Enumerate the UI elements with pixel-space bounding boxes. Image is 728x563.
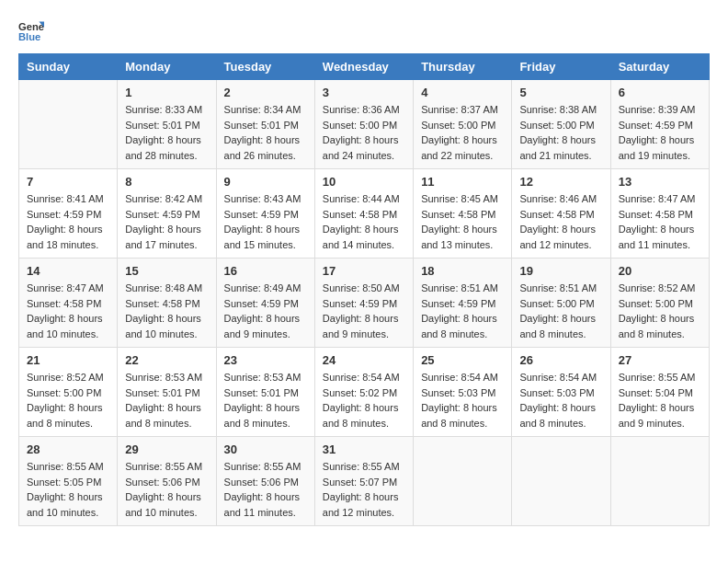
day-info: Sunrise: 8:37 AMSunset: 5:00 PMDaylight:… bbox=[421, 102, 504, 163]
calendar-cell: 10Sunrise: 8:44 AMSunset: 4:58 PMDayligh… bbox=[314, 169, 413, 259]
day-info: Sunrise: 8:55 AMSunset: 5:07 PMDaylight:… bbox=[323, 459, 405, 520]
day-number: 2 bbox=[224, 86, 307, 99]
day-number: 30 bbox=[224, 442, 307, 456]
calendar-cell: 31Sunrise: 8:55 AMSunset: 5:07 PMDayligh… bbox=[314, 437, 413, 526]
day-info: Sunrise: 8:54 AMSunset: 5:03 PMDaylight:… bbox=[519, 370, 602, 431]
calendar-body: 1Sunrise: 8:33 AMSunset: 5:01 PMDaylight… bbox=[19, 80, 710, 526]
calendar-cell: 6Sunrise: 8:39 AMSunset: 4:59 PMDaylight… bbox=[610, 80, 709, 169]
day-info: Sunrise: 8:44 AMSunset: 4:58 PMDaylight:… bbox=[323, 191, 405, 252]
calendar-cell: 14Sunrise: 8:47 AMSunset: 4:58 PMDayligh… bbox=[19, 259, 118, 348]
day-info: Sunrise: 8:42 AMSunset: 4:59 PMDaylight:… bbox=[125, 191, 208, 252]
day-header: Tuesday bbox=[216, 54, 314, 80]
svg-text:Blue: Blue bbox=[18, 31, 40, 42]
day-info: Sunrise: 8:36 AMSunset: 5:00 PMDaylight:… bbox=[323, 102, 405, 163]
day-info: Sunrise: 8:54 AMSunset: 5:02 PMDaylight:… bbox=[323, 370, 405, 431]
day-info: Sunrise: 8:47 AMSunset: 4:58 PMDaylight:… bbox=[27, 281, 109, 341]
day-info: Sunrise: 8:53 AMSunset: 5:01 PMDaylight:… bbox=[125, 370, 208, 431]
calendar-cell: 8Sunrise: 8:42 AMSunset: 4:59 PMDaylight… bbox=[118, 169, 216, 259]
day-number: 19 bbox=[519, 264, 602, 278]
day-header: Monday bbox=[118, 54, 216, 80]
calendar-cell: 1Sunrise: 8:33 AMSunset: 5:01 PMDaylight… bbox=[118, 80, 216, 169]
day-number: 1 bbox=[125, 86, 208, 99]
day-info: Sunrise: 8:51 AMSunset: 5:00 PMDaylight:… bbox=[519, 281, 602, 341]
calendar-cell: 15Sunrise: 8:48 AMSunset: 4:58 PMDayligh… bbox=[118, 259, 216, 348]
calendar-cell: 22Sunrise: 8:53 AMSunset: 5:01 PMDayligh… bbox=[118, 348, 216, 437]
day-info: Sunrise: 8:43 AMSunset: 4:59 PMDaylight:… bbox=[224, 191, 307, 252]
calendar-cell: 30Sunrise: 8:55 AMSunset: 5:06 PMDayligh… bbox=[216, 437, 314, 526]
day-info: Sunrise: 8:34 AMSunset: 5:01 PMDaylight:… bbox=[224, 102, 307, 163]
day-number: 12 bbox=[519, 175, 602, 189]
day-number: 4 bbox=[421, 86, 504, 99]
calendar-cell: 19Sunrise: 8:51 AMSunset: 5:00 PMDayligh… bbox=[512, 259, 610, 348]
calendar-cell: 18Sunrise: 8:51 AMSunset: 4:59 PMDayligh… bbox=[414, 259, 512, 348]
day-info: Sunrise: 8:38 AMSunset: 5:00 PMDaylight:… bbox=[519, 102, 602, 163]
calendar-cell: 17Sunrise: 8:50 AMSunset: 4:59 PMDayligh… bbox=[314, 259, 413, 348]
calendar-cell: 26Sunrise: 8:54 AMSunset: 5:03 PMDayligh… bbox=[512, 348, 610, 437]
calendar-cell: 24Sunrise: 8:54 AMSunset: 5:02 PMDayligh… bbox=[314, 348, 413, 437]
day-info: Sunrise: 8:52 AMSunset: 5:00 PMDaylight:… bbox=[619, 281, 701, 341]
calendar-cell: 13Sunrise: 8:47 AMSunset: 4:58 PMDayligh… bbox=[610, 169, 709, 259]
calendar-cell bbox=[512, 437, 610, 526]
day-number: 13 bbox=[619, 175, 701, 189]
day-number: 24 bbox=[323, 353, 405, 367]
day-number: 10 bbox=[323, 175, 405, 189]
day-number: 11 bbox=[421, 175, 504, 189]
day-number: 7 bbox=[27, 175, 109, 189]
calendar-cell bbox=[414, 437, 512, 526]
day-info: Sunrise: 8:53 AMSunset: 5:01 PMDaylight:… bbox=[224, 370, 307, 431]
day-info: Sunrise: 8:55 AMSunset: 5:05 PMDaylight:… bbox=[27, 459, 109, 520]
day-number: 9 bbox=[224, 175, 307, 189]
calendar-week-row: 7Sunrise: 8:41 AMSunset: 4:59 PMDaylight… bbox=[19, 169, 710, 259]
day-info: Sunrise: 8:55 AMSunset: 5:06 PMDaylight:… bbox=[224, 459, 307, 520]
calendar-header-row: SundayMondayTuesdayWednesdayThursdayFrid… bbox=[19, 54, 710, 80]
day-number: 5 bbox=[519, 86, 602, 99]
day-number: 27 bbox=[619, 353, 701, 367]
day-info: Sunrise: 8:41 AMSunset: 4:59 PMDaylight:… bbox=[27, 191, 109, 252]
calendar-week-row: 21Sunrise: 8:52 AMSunset: 5:00 PMDayligh… bbox=[19, 348, 710, 437]
calendar-table: SundayMondayTuesdayWednesdayThursdayFrid… bbox=[18, 53, 710, 526]
calendar-cell: 11Sunrise: 8:45 AMSunset: 4:58 PMDayligh… bbox=[414, 169, 512, 259]
calendar-cell: 28Sunrise: 8:55 AMSunset: 5:05 PMDayligh… bbox=[19, 437, 118, 526]
day-number: 6 bbox=[619, 86, 701, 99]
day-info: Sunrise: 8:55 AMSunset: 5:06 PMDaylight:… bbox=[125, 459, 208, 520]
day-number: 15 bbox=[125, 264, 208, 278]
day-info: Sunrise: 8:39 AMSunset: 4:59 PMDaylight:… bbox=[619, 102, 701, 163]
day-info: Sunrise: 8:54 AMSunset: 5:03 PMDaylight:… bbox=[421, 370, 504, 431]
day-number: 21 bbox=[27, 353, 109, 367]
calendar-week-row: 1Sunrise: 8:33 AMSunset: 5:01 PMDaylight… bbox=[19, 80, 710, 169]
calendar-cell: 12Sunrise: 8:46 AMSunset: 4:58 PMDayligh… bbox=[512, 169, 610, 259]
day-info: Sunrise: 8:55 AMSunset: 5:04 PMDaylight:… bbox=[619, 370, 701, 431]
day-number: 29 bbox=[125, 442, 208, 456]
calendar-cell: 7Sunrise: 8:41 AMSunset: 4:59 PMDaylight… bbox=[19, 169, 118, 259]
logo: General Blue bbox=[18, 18, 48, 44]
day-info: Sunrise: 8:50 AMSunset: 4:59 PMDaylight:… bbox=[323, 281, 405, 341]
day-number: 3 bbox=[323, 86, 405, 99]
day-header: Friday bbox=[512, 54, 610, 80]
calendar-cell: 25Sunrise: 8:54 AMSunset: 5:03 PMDayligh… bbox=[414, 348, 512, 437]
day-info: Sunrise: 8:51 AMSunset: 4:59 PMDaylight:… bbox=[421, 281, 504, 341]
day-header: Wednesday bbox=[314, 54, 413, 80]
logo-icon: General Blue bbox=[18, 18, 44, 44]
calendar-cell: 2Sunrise: 8:34 AMSunset: 5:01 PMDaylight… bbox=[216, 80, 314, 169]
day-number: 16 bbox=[224, 264, 307, 278]
day-number: 25 bbox=[421, 353, 504, 367]
header: General Blue bbox=[18, 18, 710, 44]
day-header: Sunday bbox=[19, 54, 118, 80]
day-number: 23 bbox=[224, 353, 307, 367]
calendar-cell: 20Sunrise: 8:52 AMSunset: 5:00 PMDayligh… bbox=[610, 259, 709, 348]
calendar-cell: 4Sunrise: 8:37 AMSunset: 5:00 PMDaylight… bbox=[414, 80, 512, 169]
day-info: Sunrise: 8:46 AMSunset: 4:58 PMDaylight:… bbox=[519, 191, 602, 252]
day-header: Thursday bbox=[414, 54, 512, 80]
day-number: 28 bbox=[27, 442, 109, 456]
day-number: 20 bbox=[619, 264, 701, 278]
day-info: Sunrise: 8:45 AMSunset: 4:58 PMDaylight:… bbox=[421, 191, 504, 252]
day-number: 8 bbox=[125, 175, 208, 189]
day-number: 14 bbox=[27, 264, 109, 278]
day-number: 26 bbox=[519, 353, 602, 367]
day-info: Sunrise: 8:48 AMSunset: 4:58 PMDaylight:… bbox=[125, 281, 208, 341]
day-info: Sunrise: 8:49 AMSunset: 4:59 PMDaylight:… bbox=[224, 281, 307, 341]
calendar-cell bbox=[19, 80, 118, 169]
day-number: 31 bbox=[323, 442, 405, 456]
day-number: 17 bbox=[323, 264, 405, 278]
calendar-cell: 29Sunrise: 8:55 AMSunset: 5:06 PMDayligh… bbox=[118, 437, 216, 526]
